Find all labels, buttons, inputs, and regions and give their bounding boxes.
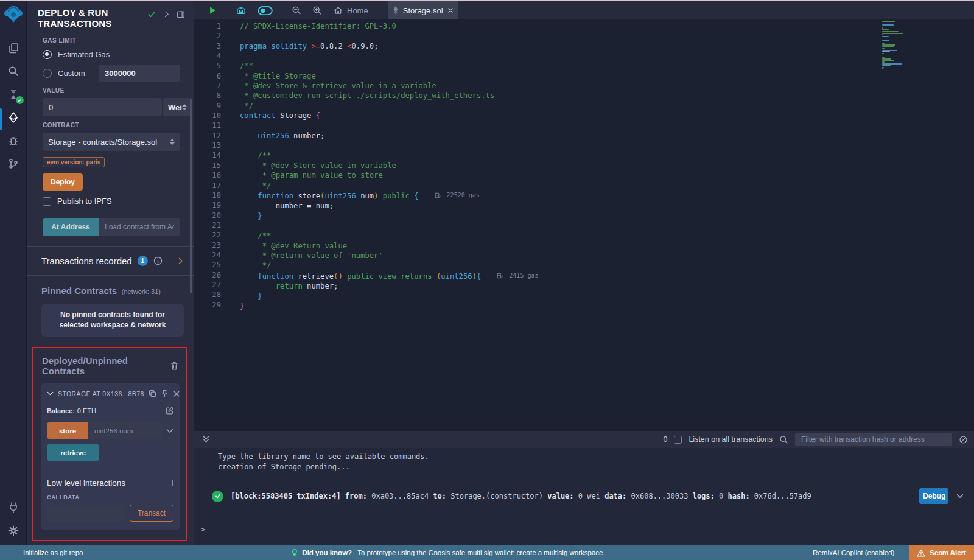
zoom-in-icon[interactable] [307,1,328,19]
collapse-terminal-icon[interactable] [202,435,210,444]
line-number: 9 [194,101,221,111]
chevron-down-icon[interactable] [956,492,964,500]
transactions-count-badge: 1 [138,256,148,266]
tab-storage-sol[interactable]: Storage.sol [388,1,458,19]
listen-all-label[interactable]: Listen on all transactions [688,435,773,444]
chevron-right-icon[interactable] [163,11,170,18]
code-line: * @dev Store value in variable [240,161,974,170]
publish-ipfs-checkbox[interactable] [43,197,51,206]
copilot-toggle-icon[interactable] [252,1,278,19]
clear-filter-icon[interactable] [959,435,968,444]
transact-button[interactable]: Transact [130,505,173,522]
balance-row: Balance: 0 ETH [47,407,173,415]
deployed-contract-header[interactable]: STORAGE AT 0X136...8B78 [58,390,144,397]
git-init-button[interactable]: Initialize as git repo [23,549,83,556]
estimated-gas-radio[interactable] [43,50,52,59]
compile-success-badge [16,96,24,104]
home-label: Home [347,6,368,15]
lightbulb-icon [291,548,298,557]
chevron-down-icon[interactable] [47,390,54,397]
line-number: 18 [194,191,221,200]
debug-button[interactable]: Debug [919,488,948,504]
git-icon[interactable] [6,156,21,171]
editor-lines[interactable]: // SPDX-License-Identifier: GPL-3.0pragm… [231,19,974,431]
home-button[interactable]: Home [328,6,374,15]
code-line: pragma solidity >=0.8.2 <0.9.0; [240,41,974,51]
scam-alert-button[interactable]: Scam Alert [909,545,974,560]
line-number: 11 [194,121,221,130]
trash-icon[interactable] [170,362,178,370]
store-button[interactable]: store [47,422,88,439]
solidity-compiler-icon[interactable] [6,87,21,102]
minimap-line [882,67,884,68]
minimap-line [882,65,891,66]
edit-icon[interactable] [166,407,173,415]
at-address-button[interactable]: At Address [43,218,99,236]
chevron-right-icon[interactable] [177,257,184,264]
terminal-prompt[interactable]: > [201,525,974,534]
file-explorer-icon[interactable] [6,41,21,55]
estimated-gas-option[interactable]: Estimated Gas [43,48,180,60]
toolbar-separator [282,1,282,19]
custom-gas-input[interactable] [99,65,180,82]
transactions-recorded-row[interactable]: Transactions recorded 1 [27,247,194,275]
pin-panel-icon[interactable] [177,10,185,19]
info-icon[interactable]: i [172,479,173,488]
publish-ipfs-label: Publish to IPFS [57,197,112,206]
low-level-title: Low level interactions [47,478,125,488]
minimap-line [882,34,883,35]
minimap-line [882,53,884,54]
chevron-down-icon[interactable] [166,427,173,435]
deploy-run-icon[interactable] [6,110,21,125]
run-script-button[interactable] [203,1,222,19]
retrieve-button[interactable]: retrieve [47,444,99,461]
line-number: 16 [194,170,221,180]
copilot-status[interactable]: RemixAI Copilot (enabled) [813,549,894,556]
value-unit-label: Wei [168,103,182,112]
line-number: 15 [194,161,221,170]
line-number: 6 [194,71,221,81]
copy-icon[interactable] [149,390,156,397]
transaction-log-row[interactable]: [block:5583405 txIndex:4] from: 0xa03...… [212,488,964,504]
listen-all-checkbox[interactable] [674,436,682,444]
plugin-manager-icon[interactable] [6,500,21,515]
pin-icon[interactable] [161,390,169,397]
calldata-label: CALLDATA [47,494,173,500]
minimap-line [882,31,899,32]
tab-close-icon[interactable] [447,7,454,13]
tip-text: To prototype using the Gnosis safe multi… [357,549,605,556]
value-input[interactable] [43,98,162,116]
info-icon[interactable] [153,256,163,265]
code-line: uint256 number; [240,131,974,141]
code-editor[interactable]: 1234567891011121314151617181920212223242… [194,19,974,431]
line-number: 17 [194,181,221,191]
calldata-input[interactable] [47,505,125,522]
custom-gas-radio[interactable] [43,69,52,78]
remix-logo-icon[interactable] [3,4,24,25]
settings-icon[interactable] [6,523,21,538]
deploy-button[interactable]: Deploy [43,173,83,191]
minimap[interactable] [882,21,926,70]
minimap-line [882,27,883,29]
panel-scrollbar[interactable] [190,99,192,293]
stepper-icon [170,139,175,145]
code-line [240,221,974,231]
code-line: function retrieve() public view returns … [240,271,974,282]
deployed-contract-card: STORAGE AT 0X136...8B78 Balance: 0 ETH s… [41,383,180,530]
at-address-input[interactable] [99,218,180,236]
debugger-icon[interactable] [6,133,21,148]
store-arg-input[interactable] [88,422,162,439]
status-bar: Initialize as git repo Did you know? To … [0,545,974,560]
contract-select[interactable]: Storage - contracts/Storage.sol [43,133,180,151]
close-icon[interactable] [173,390,180,397]
terminal[interactable]: Type the library name to see available c… [194,448,974,545]
publish-ipfs-option[interactable]: Publish to IPFS [43,197,180,206]
code-line: * @return value of 'number' [240,251,974,261]
value-unit-select[interactable]: Wei [163,98,192,116]
zoom-out-icon[interactable] [286,1,307,19]
terminal-filter-input[interactable] [795,433,952,446]
pinned-contracts-title: Pinned Contracts [41,285,117,296]
code-line: function store(uint256 num) public { 225… [240,191,974,201]
search-icon[interactable] [6,64,21,79]
ai-copilot-icon[interactable] [230,1,252,19]
